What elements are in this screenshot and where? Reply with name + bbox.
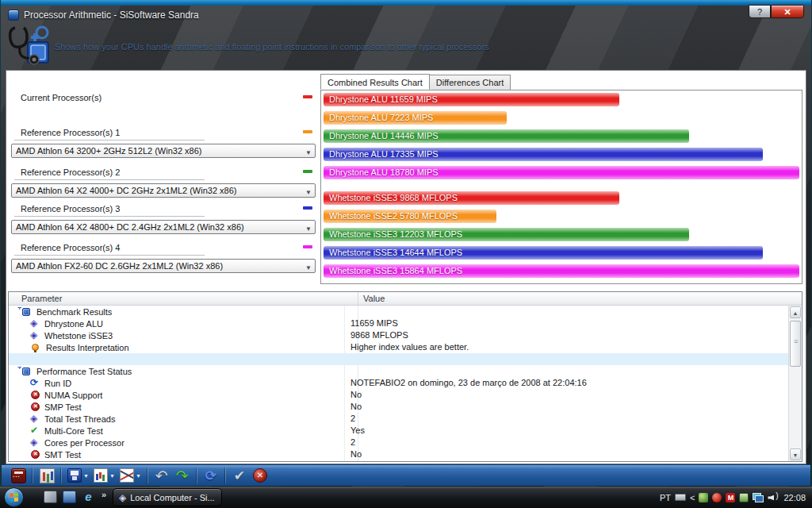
reference-processor-1-dropdown[interactable]: AMD Athlon 64 3200+ 2GHz 512L2 (Win32 x8… bbox=[11, 144, 316, 158]
table-row[interactable]: SMT Test No bbox=[9, 448, 788, 460]
window-title: Processor Arithmetic - SiSoftware Sandra bbox=[24, 10, 199, 21]
table-row[interactable]: Results Interpretation Higher index valu… bbox=[9, 341, 788, 353]
network-icon[interactable] bbox=[753, 493, 764, 502]
label-underline bbox=[14, 216, 205, 217]
table-row[interactable]: Whetstone iSSE3 9868 MFLOPS bbox=[9, 329, 788, 341]
yes-icon bbox=[30, 425, 40, 436]
toolbar-separator bbox=[32, 468, 33, 483]
parameter-label: SMP Test bbox=[44, 402, 82, 412]
sandra-task-icon: ◈ bbox=[119, 492, 126, 503]
results-rank-button[interactable] bbox=[36, 466, 57, 485]
reference-processor-3-dropdown[interactable]: AMD Athlon 64 X2 4800+ DC 2.4GHz 2x1ML2 … bbox=[11, 220, 316, 234]
table-scrollbar[interactable]: ▲ ▼ bbox=[788, 306, 802, 461]
tray-mcafee-icon[interactable]: M bbox=[726, 493, 735, 502]
chevron-down-icon: ▼ bbox=[305, 187, 312, 199]
undo-button[interactable]: ↶ bbox=[151, 466, 172, 485]
table-row[interactable]: NUMA Support No bbox=[9, 389, 788, 401]
content-area: Current Processor(s) Reference Processor… bbox=[6, 70, 806, 464]
bar-chart-button[interactable]: ▼ bbox=[91, 466, 117, 485]
language-indicator[interactable]: PT bbox=[660, 493, 671, 502]
screen: Processor Arithmetic - SiSoftware Sandra… bbox=[0, 0, 812, 508]
table-row[interactable]: Run ID NOTEFABIO2 on domingo, 23 de març… bbox=[9, 377, 788, 389]
show-desktop-icon[interactable] bbox=[44, 491, 57, 503]
chart-bar-row: Whetstone iSSE3 14644 MFLOPS bbox=[324, 246, 799, 260]
close-button[interactable]: ✕ bbox=[771, 5, 804, 18]
module-icon bbox=[22, 308, 30, 316]
column-header-value[interactable]: Value bbox=[358, 292, 802, 305]
header-banner: Shows how your CPUs handle arithmetic an… bbox=[1, 25, 811, 69]
taskbar-button-local-computer[interactable]: ◈ Local Computer - Si... bbox=[113, 488, 222, 506]
table-row[interactable]: Benchmark Results bbox=[9, 306, 788, 318]
chart-bar-label: Whetstone iSSE3 12203 MFLOPS bbox=[329, 228, 462, 241]
internet-explorer-icon[interactable]: e bbox=[82, 491, 95, 503]
line-graph-icon bbox=[120, 468, 134, 483]
label-underline bbox=[14, 255, 205, 256]
no-icon bbox=[31, 450, 40, 459]
switch-windows-icon[interactable] bbox=[63, 491, 76, 503]
commit-check-button[interactable]: ✔ bbox=[229, 466, 250, 485]
reference-processor-2-swatch bbox=[303, 170, 312, 173]
redo-icon: ↷ bbox=[176, 468, 189, 483]
app-icon bbox=[8, 10, 19, 21]
module-icon bbox=[22, 368, 30, 375]
no-icon bbox=[31, 402, 40, 411]
cancel-button[interactable] bbox=[250, 466, 270, 485]
volume-icon[interactable] bbox=[768, 493, 778, 502]
quicklaunch-overflow-chevron[interactable]: » bbox=[102, 490, 106, 499]
table-body: Benchmark Results Dhrystone ALU 11659 MI… bbox=[9, 306, 788, 461]
redo-button[interactable]: ↷ bbox=[172, 466, 193, 485]
reference-processor-4-dropdown[interactable]: AMD Athlon FX2-60 DC 2.6GHz 2x1ML2 (Win3… bbox=[11, 259, 316, 273]
chart-bar-row: Whetstone iSSE2 5780 MFLOPS bbox=[324, 210, 799, 223]
chart-bar: Whetstone iSSE3 14644 MFLOPS bbox=[324, 246, 763, 260]
keyboard-layout-icon[interactable] bbox=[675, 494, 686, 501]
table-row[interactable]: Total Test Threads 2 bbox=[9, 413, 788, 425]
chevron-down-icon: ▼ bbox=[109, 473, 115, 479]
chart-bar-label: Dhrystone ALU 14446 MIPS bbox=[329, 129, 439, 143]
chart-bar-label: Whetstone iSSE3 14644 MFLOPS bbox=[329, 246, 462, 260]
parameter-label: SMT Test bbox=[44, 450, 81, 460]
chart-bar: Dhrystone ALU 17335 MIPS bbox=[324, 148, 763, 161]
chart-zone: Combined Results Chart Differences Chart… bbox=[320, 74, 802, 288]
table-row[interactable]: Cores per Processor 2 bbox=[9, 437, 788, 448]
help-button[interactable]: ? bbox=[749, 5, 771, 18]
chevron-down-icon: ▼ bbox=[83, 473, 89, 479]
tab-combined-results-chart[interactable]: Combined Results Chart bbox=[320, 74, 430, 90]
save-button[interactable]: ▼ bbox=[65, 466, 91, 485]
runid-icon bbox=[30, 378, 40, 388]
refresh-button[interactable]: ⟳ bbox=[201, 466, 221, 485]
clock[interactable]: 22:08 bbox=[783, 493, 806, 502]
calculator-button[interactable] bbox=[8, 466, 29, 485]
parameter-value: No bbox=[344, 448, 788, 460]
chart-bar-label: Dhrystone ALU 17335 MIPS bbox=[329, 148, 439, 161]
table-row[interactable]: Dhrystone ALU 11659 MIPS bbox=[9, 318, 788, 329]
chart-bar-row: Dhrystone ALU 18780 MIPS bbox=[324, 166, 799, 179]
table-row[interactable]: SMP Test No bbox=[9, 401, 788, 413]
scroll-up-icon[interactable]: ▲ bbox=[790, 306, 801, 318]
chart-bar-row: Dhrystone ALU 7223 MIPS bbox=[324, 111, 799, 125]
tab-differences-chart[interactable]: Differences Chart bbox=[429, 75, 511, 90]
table-row[interactable]: Performance Test Status bbox=[9, 365, 788, 377]
tray-collapse-chevron[interactable]: < bbox=[690, 493, 695, 502]
table-row[interactable]: Multi-Core Test Yes bbox=[9, 425, 788, 437]
tray-defender-icon[interactable] bbox=[699, 493, 708, 502]
chart-group-gap bbox=[324, 184, 799, 191]
refresh-icon: ⟳ bbox=[205, 468, 216, 483]
parameter-label: Dhrystone ALU bbox=[44, 319, 103, 329]
titlebar[interactable]: Processor Arithmetic - SiSoftware Sandra… bbox=[1, 6, 811, 25]
parameter-value: NOTEFABIO2 on domingo, 23 de março de 20… bbox=[344, 377, 788, 389]
parameter-value: 2 bbox=[344, 413, 788, 425]
scroll-down-icon[interactable]: ▼ bbox=[790, 448, 801, 460]
power-icon[interactable] bbox=[739, 493, 749, 502]
chart-bar-row: Dhrystone ALU 14446 MIPS bbox=[324, 129, 799, 143]
current-processor-swatch bbox=[303, 95, 312, 98]
combined-results-chart: Dhrystone ALU 11659 MIPS Dhrystone ALU 7… bbox=[320, 90, 802, 284]
line-graph-button[interactable]: ▼ bbox=[117, 466, 144, 485]
chart-bar: Whetstone iSSE3 12203 MFLOPS bbox=[324, 228, 689, 241]
windows-logo-icon bbox=[10, 492, 18, 502]
tray-opera-icon[interactable] bbox=[712, 493, 722, 502]
scrollbar-thumb[interactable] bbox=[790, 321, 801, 367]
reference-processor-2-dropdown[interactable]: AMD Athlon 64 X2 4000+ DC 2GHz 2x1ML2 (W… bbox=[11, 183, 316, 198]
column-header-parameter[interactable]: Parameter bbox=[9, 292, 358, 305]
start-button[interactable] bbox=[4, 487, 24, 507]
results-rank-icon bbox=[40, 468, 55, 483]
